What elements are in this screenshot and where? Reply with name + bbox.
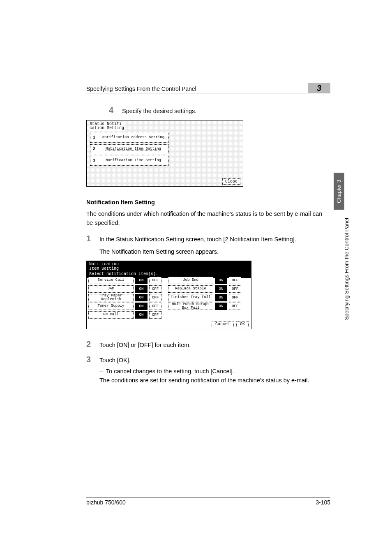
section-heading: Notification Item Setting xyxy=(86,199,330,206)
item-label: PM Call xyxy=(88,311,134,319)
item-label: Job End xyxy=(168,277,213,284)
step-3-number: 3 xyxy=(86,355,99,364)
item-label: Finisher Tray Full xyxy=(168,294,213,301)
item-label: Service Call xyxy=(88,277,134,284)
menu-item-1-label: Notification Address Setting xyxy=(98,133,168,142)
off-button[interactable]: OFF xyxy=(229,303,241,310)
on-button[interactable]: ON xyxy=(215,277,227,284)
footer-model: bizhub 750/600 xyxy=(86,499,126,506)
off-button[interactable]: OFF xyxy=(149,311,161,319)
menu-item-2-num: 2 xyxy=(90,147,98,151)
off-button[interactable]: OFF xyxy=(229,277,241,284)
on-button[interactable]: ON xyxy=(135,277,148,284)
step-2-text: Touch [ON] or [OFF] for each item. xyxy=(99,340,191,350)
menu-item-3-num: 3 xyxy=(90,158,98,163)
step-2-number: 2 xyxy=(86,340,99,349)
side-tab-title: Specifying Settings From the Control Pan… xyxy=(344,218,350,320)
off-button[interactable]: OFF xyxy=(149,277,161,284)
step-3-text: Touch [OK]. xyxy=(99,356,309,365)
menu-item-2[interactable]: 2 Notification Item Setting xyxy=(90,144,169,154)
close-button[interactable]: Close xyxy=(222,178,240,185)
item-label: Replace Staple xyxy=(168,285,213,293)
footer-page: 3-105 xyxy=(316,499,330,506)
chapter-number-box: 3 xyxy=(308,83,330,93)
on-button[interactable]: ON xyxy=(135,294,148,301)
lcd2-instruction: Select notification item(s). xyxy=(89,272,249,276)
notification-item-setting-screen: Notification Item Setting Select notific… xyxy=(86,261,251,329)
off-button[interactable]: OFF xyxy=(229,294,241,301)
menu-item-3[interactable]: 3 Notification Time Setting xyxy=(90,156,169,166)
lcd1-title: Status Notifi- cation Setting xyxy=(89,122,125,131)
intro-text: The conditions under which notification … xyxy=(86,210,330,228)
on-button[interactable]: ON xyxy=(215,303,227,310)
running-header: Specifying Settings From the Control Pan… xyxy=(86,86,196,92)
off-button[interactable]: OFF xyxy=(229,285,241,293)
step-3-sub1: – To cancel changes to the setting, touc… xyxy=(99,367,309,376)
status-notification-screen: Status Notifi- cation Setting 1 Notifica… xyxy=(86,120,243,187)
menu-item-1[interactable]: 1 Notification Address Setting xyxy=(90,133,169,143)
side-tab-chapter: Chapter 3 xyxy=(334,173,344,210)
off-button[interactable]: OFF xyxy=(149,303,161,310)
menu-item-1-num: 1 xyxy=(90,135,98,140)
step-1-sub: The Notification Item Setting screen app… xyxy=(99,247,296,257)
cancel-button[interactable]: Cancel xyxy=(212,321,234,327)
step-4-number: 4 xyxy=(109,106,122,115)
step-4-text: Specify the desired settings. xyxy=(122,106,196,116)
step-1-text: In the Status Notification Setting scree… xyxy=(99,235,296,244)
item-label: Toner Supply xyxy=(88,303,134,310)
ok-button[interactable]: OK xyxy=(236,321,249,327)
off-button[interactable]: OFF xyxy=(149,285,161,293)
item-label: JAM xyxy=(88,285,134,293)
on-button[interactable]: ON xyxy=(215,285,227,293)
on-button[interactable]: ON xyxy=(135,303,148,310)
menu-item-2-label: Notification Item Setting xyxy=(98,145,168,154)
item-label: Tray Paper Replenish xyxy=(88,294,134,301)
on-button[interactable]: ON xyxy=(215,294,227,301)
lcd2-header: Notification Item Setting Select notific… xyxy=(87,261,251,278)
step-1-number: 1 xyxy=(86,234,99,243)
on-button[interactable]: ON xyxy=(135,285,148,293)
item-label: Hole-Punch Scraps Box Full xyxy=(168,303,213,310)
step-3-sub2: The conditions are set for sending notif… xyxy=(99,376,309,385)
off-button[interactable]: OFF xyxy=(149,294,161,301)
menu-item-3-label: Notification Time Setting xyxy=(98,156,168,165)
on-button[interactable]: ON xyxy=(135,311,148,319)
